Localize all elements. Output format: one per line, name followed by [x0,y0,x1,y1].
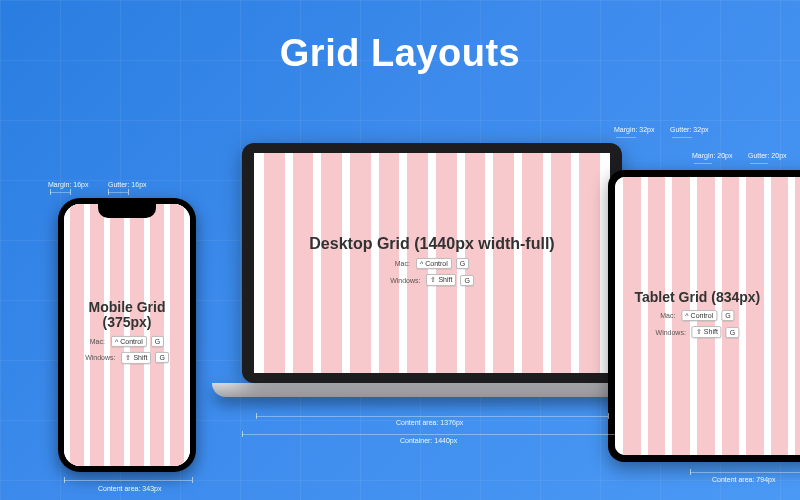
key-control: ^ Control [111,336,147,347]
mobile-shortcut-win: Windows: ⇧ Shift G [64,352,190,364]
tablet-device: Tablet Grid (834px) Mac: ^ Control G Win… [608,170,800,462]
tablet-gutter-label: Gutter: 20px [748,152,787,159]
phone-notch [98,204,156,218]
key-g: G [721,310,734,321]
windows-label: Windows: [85,354,115,361]
tablet-shortcut-win: Windows: ⇧ Shift G [615,326,800,338]
desktop-shortcut-mac: Mac: ^ Control G [254,258,610,269]
tablet-shortcut-mac: Mac: ^ Control G [615,310,800,321]
page-title: Grid Layouts [0,32,800,75]
mobile-margin-label: Margin: 16px [48,181,88,188]
desktop-content-area-label: Content area: 1376px [396,419,463,426]
tablet-title: Tablet Grid (834px) [615,289,800,305]
windows-label: Windows: [656,329,686,336]
mobile-overlay: Mobile Grid (375px) Mac: ^ Control G Win… [64,300,190,364]
desktop-gutter-label: Gutter: 32px [670,126,709,133]
desktop-margin-label: Margin: 32px [614,126,654,133]
desktop-device: Desktop Grid (1440px width-full) Mac: ^ … [242,143,622,397]
key-shift: ⇧ Shift [692,326,722,338]
mac-label: Mac: [660,312,675,319]
tablet-content-area-label: Content area: 794px [712,476,775,483]
desktop-overlay: Desktop Grid (1440px width-full) Mac: ^ … [254,235,610,286]
desktop-title: Desktop Grid (1440px width-full) [254,235,610,253]
key-shift: ⇧ Shift [121,352,151,364]
mac-label: Mac: [90,338,105,345]
key-control: ^ Control [416,258,452,269]
key-g: G [726,327,739,338]
key-control: ^ Control [681,310,717,321]
mac-label: Mac: [395,260,410,267]
mobile-shortcut-mac: Mac: ^ Control G [64,336,190,347]
key-g: G [460,274,473,285]
key-g: G [456,258,469,269]
tablet-margin-label: Margin: 20px [692,152,732,159]
desktop-shortcut-win: Windows: ⇧ Shift G [254,274,610,286]
mobile-content-area-label: Content area: 343px [98,485,161,492]
key-shift: ⇧ Shift [426,274,456,286]
mobile-title-line2: (375px) [64,315,190,330]
key-g: G [151,336,164,347]
mobile-title: Mobile Grid (375px) [64,300,190,331]
mobile-gutter-label: Gutter: 16px [108,181,147,188]
key-g: G [155,352,168,363]
laptop-screen: Desktop Grid (1440px width-full) Mac: ^ … [242,143,622,383]
tablet-overlay: Tablet Grid (834px) Mac: ^ Control G Win… [615,289,800,338]
desktop-container-label: Container: 1440px [400,437,457,444]
windows-label: Windows: [390,276,420,283]
mobile-title-line1: Mobile Grid [89,299,166,315]
mobile-device: Mobile Grid (375px) Mac: ^ Control G Win… [58,198,196,472]
laptop-base [212,383,652,397]
